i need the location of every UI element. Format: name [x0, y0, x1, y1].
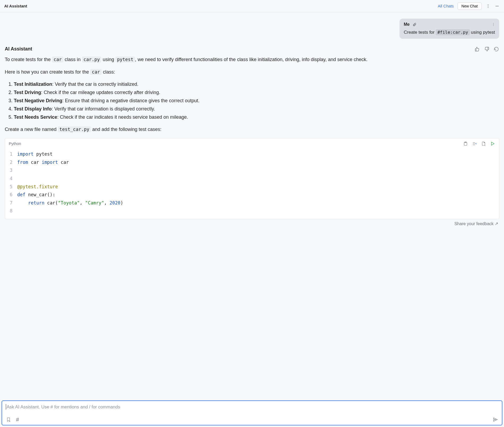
svg-point-5: [493, 24, 494, 25]
code-line: [16, 207, 17, 215]
list-item: Test Driving: Check if the car mileage u…: [14, 89, 499, 96]
list-item: Test Needs Service: Check if the car ind…: [14, 113, 499, 121]
code-row: 1import pytest: [5, 150, 499, 158]
user-text-after: using pytest: [470, 30, 495, 35]
code-line: from car import car: [16, 158, 69, 166]
feedback-link[interactable]: Share your feedback ↗: [454, 221, 498, 226]
code-inline: pytest: [115, 57, 135, 62]
regenerate-icon[interactable]: [493, 46, 499, 52]
assistant-message: AI Assistant To create tests for the car…: [5, 46, 499, 219]
all-chats-link[interactable]: All Chats: [438, 4, 454, 8]
code-lang-label: Python: [9, 140, 21, 147]
user-author: Me: [404, 22, 410, 27]
user-message-text: Create tests for #file:car.py using pyte…: [404, 29, 495, 36]
list-item: Test Negative Driving: Ensure that drivi…: [14, 97, 499, 105]
code-line: return car("Toyota", "Camry", 2020): [16, 199, 123, 207]
code-row: 2from car import car: [5, 158, 499, 166]
code-line: @pytest.fixture: [16, 183, 58, 191]
attach-icon[interactable]: [412, 22, 417, 27]
thumbs-up-icon[interactable]: [474, 46, 480, 52]
assistant-para-1: To create tests for the car class in car…: [5, 56, 499, 63]
assistant-header: AI Assistant: [5, 46, 499, 52]
user-message-bubble: Me Create tests for #file:car.py using p…: [399, 19, 499, 39]
hash-icon[interactable]: #: [15, 417, 20, 422]
user-message-row: Me Create tests for #file:car.py using p…: [5, 19, 499, 39]
line-number: 4: [5, 174, 16, 183]
insert-lines-icon[interactable]: [472, 141, 477, 146]
code-line: import pytest: [16, 150, 53, 158]
code-row: 4: [5, 174, 499, 183]
code-line: [16, 174, 17, 183]
new-file-icon[interactable]: [481, 141, 486, 146]
code-row: 5@pytest.fixture: [5, 183, 499, 191]
code-lines[interactable]: 1import pytest2from car import car345@py…: [5, 149, 499, 219]
code-actions: [463, 141, 495, 146]
code-line: def new_car():: [16, 191, 55, 199]
more-icon[interactable]: [485, 3, 491, 9]
run-icon[interactable]: [490, 141, 495, 146]
code-line: [16, 166, 17, 174]
list-item: Test Initialization: Verify that the car…: [14, 80, 499, 88]
user-text-before: Create tests for: [404, 30, 436, 35]
svg-point-6: [493, 25, 494, 26]
svg-point-2: [488, 7, 488, 7]
code-row: 7 return car("Toyota", "Camry", 2020): [5, 199, 499, 207]
code-block: Python: [5, 138, 499, 219]
line-number: 3: [5, 166, 16, 174]
code-row: 6def new_car():: [5, 191, 499, 199]
chat-input-toolbar: #: [6, 417, 498, 422]
line-number: 6: [5, 191, 16, 199]
code-inline: car: [52, 57, 63, 62]
line-number: 7: [5, 199, 16, 207]
line-number: 1: [5, 150, 16, 158]
feedback-row: Share your feedback ↗: [5, 219, 499, 230]
svg-marker-14: [492, 142, 494, 145]
code-inline: test_car.py: [58, 126, 91, 132]
code-row: 8: [5, 207, 499, 215]
send-icon[interactable]: [493, 417, 498, 422]
thumbs-down-icon[interactable]: [484, 46, 490, 52]
line-number: 8: [5, 207, 16, 215]
conversation: Me Create tests for #file:car.py using p…: [0, 12, 504, 400]
user-message-header: Me: [404, 22, 495, 27]
chat-input[interactable]: Ask AI Assistant. Use # for mentions and…: [2, 400, 502, 425]
code-inline: car: [90, 69, 102, 75]
line-number: 5: [5, 183, 16, 191]
svg-point-0: [488, 4, 488, 5]
chat-input-left-icons: #: [6, 417, 20, 422]
file-chip[interactable]: #file:car.py: [436, 29, 470, 35]
code-block-header: Python: [5, 138, 499, 149]
assistant-actions: [474, 46, 499, 52]
assistant-body: To create tests for the car class in car…: [5, 56, 499, 219]
text-caret: [6, 404, 6, 409]
svg-point-1: [488, 6, 488, 6]
minimize-icon[interactable]: [494, 3, 500, 9]
line-number: 2: [5, 158, 16, 166]
more-icon[interactable]: [491, 22, 496, 27]
input-area: Ask AI Assistant. Use # for mentions and…: [0, 400, 504, 427]
test-list: Test Initialization: Verify that the car…: [14, 80, 499, 121]
code-inline: car.py: [82, 57, 101, 62]
header: AI Assistant All Chats New Chat: [0, 0, 504, 12]
clipboard-icon[interactable]: [463, 141, 468, 146]
chat-input-placeholder: Ask AI Assistant. Use # for mentions and…: [6, 404, 498, 412]
svg-point-4: [493, 23, 494, 24]
assistant-para-3: Create a new file named test_car.py and …: [5, 126, 499, 133]
header-actions: All Chats New Chat: [438, 2, 500, 10]
bookmark-icon[interactable]: [6, 417, 11, 422]
app-title: AI Assistant: [4, 4, 27, 8]
list-item: Test Display Info: Verify that car infor…: [14, 105, 499, 113]
assistant-title: AI Assistant: [5, 46, 32, 52]
new-chat-button[interactable]: New Chat: [458, 2, 482, 10]
assistant-para-2: Here is how you can create tests for the…: [5, 68, 499, 76]
code-row: 3: [5, 166, 499, 174]
